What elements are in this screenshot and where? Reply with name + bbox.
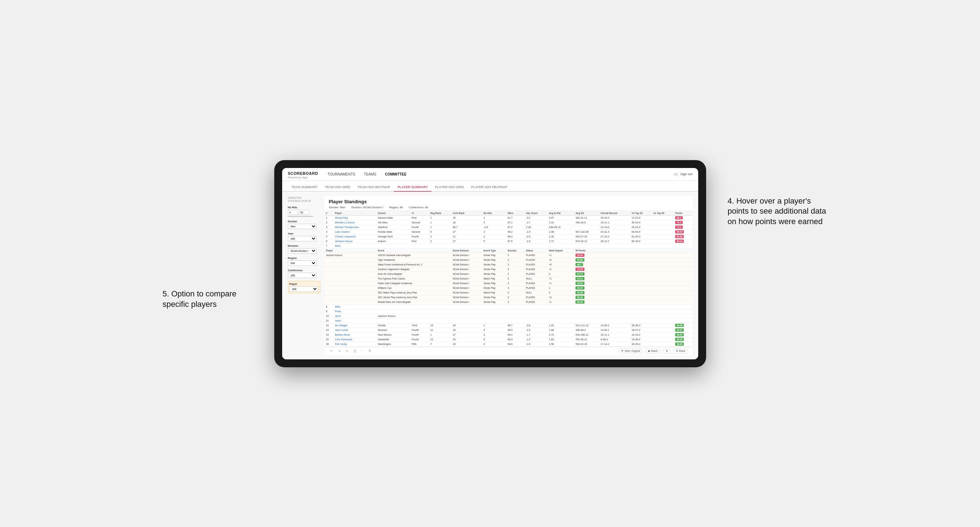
cell-vs50 bbox=[652, 309, 674, 314]
tooltip-data-row: Wake Forest Invitational at Pinehurst No… bbox=[325, 262, 692, 267]
cell-player[interactable]: Christo Lamprecht bbox=[334, 234, 377, 239]
cell-player[interactable]: Ian Gilligan bbox=[334, 323, 377, 328]
cell-yr bbox=[410, 304, 429, 309]
tooltip-cell-status: PLAYED bbox=[525, 257, 548, 262]
tab-player-h2h-heatmap[interactable]: PLAYER H2H HEATMAP bbox=[468, 183, 511, 192]
cell-adj-score bbox=[525, 309, 548, 314]
cell-points[interactable]: 40.02 bbox=[674, 332, 692, 337]
tooltip-cell-rounds: 3 bbox=[506, 281, 525, 286]
copy-btn[interactable]: ⎘ bbox=[345, 349, 349, 353]
cell-points[interactable]: 72.1 bbox=[674, 225, 692, 230]
filter-gender-select[interactable]: Men Women bbox=[288, 224, 317, 229]
cell-points[interactable] bbox=[674, 309, 692, 314]
cell-reg-rank: 11 bbox=[429, 328, 451, 332]
cell-player[interactable]: Michael Thorbjornsen bbox=[334, 225, 377, 230]
tab-team-summary[interactable]: TEAM SUMMARY bbox=[288, 183, 321, 192]
cell-points[interactable]: 40.27 bbox=[674, 328, 692, 332]
tooltip-data-row: Southern Highlands Collegiate NCAA Divis… bbox=[325, 267, 692, 271]
filter-no-rds-min[interactable] bbox=[288, 210, 298, 215]
col-conf-rank: Conf Rank bbox=[451, 211, 482, 216]
col-avg-sg: Avg SG bbox=[574, 211, 599, 216]
cell-points[interactable]: 60.89 bbox=[674, 234, 692, 239]
tooltip-cell-type: Stroke Play bbox=[482, 271, 506, 276]
cell-vs50 bbox=[652, 230, 674, 234]
filter-division-select[interactable]: NCAA Division I bbox=[288, 248, 317, 254]
filter-no-rds-slider[interactable] bbox=[288, 216, 313, 217]
cell-reg-rank: 5 bbox=[429, 230, 451, 234]
cell-vs25: 29-38-2 bbox=[630, 323, 652, 328]
cell-player[interactable]: Yachi bbox=[334, 318, 377, 323]
cell-vs50 bbox=[652, 337, 674, 342]
cell-player[interactable]: Nichi bbox=[334, 243, 377, 248]
cell-player[interactable]: Mats bbox=[334, 304, 377, 309]
tab-team-h2h-heatmap[interactable]: TEAM H2H HEATMAP bbox=[354, 183, 394, 192]
cell-wins: 67.2 bbox=[506, 225, 525, 230]
cell-player[interactable]: Wenyi Ding bbox=[334, 216, 377, 220]
cell-yr bbox=[410, 309, 429, 314]
cell-school: Auburn bbox=[377, 239, 410, 243]
cell-points[interactable] bbox=[674, 318, 692, 323]
cell-points[interactable]: 39.95 bbox=[674, 337, 692, 342]
cell-player[interactable]: Jacol bbox=[334, 314, 377, 318]
share-btn[interactable]: ⬆ Share bbox=[673, 349, 688, 354]
cell-player[interactable]: Michael La Sasso bbox=[334, 220, 377, 225]
tooltip-cell-player bbox=[325, 276, 377, 281]
filter-player-select[interactable]: (All) bbox=[290, 286, 318, 292]
redo-btn[interactable]: ↪ bbox=[337, 349, 342, 353]
tooltip-data-row: Mirabel Maui Jim Intercollegiate NCAA Di… bbox=[325, 300, 692, 304]
cell-points[interactable]: 48.68 bbox=[674, 323, 692, 328]
filter-region-select[interactable]: N/A bbox=[288, 260, 317, 266]
cell-player[interactable]: Luke Clanton bbox=[334, 230, 377, 234]
cell-num: 24 bbox=[325, 332, 334, 337]
timer-btn[interactable]: ⏱ bbox=[367, 349, 372, 353]
filter-pill-conference: Conference: All bbox=[409, 206, 428, 209]
app-container: SCOREBOARD Powered by clippi TOURNAMENTS… bbox=[282, 168, 698, 359]
cell-points[interactable]: 88.2 bbox=[674, 216, 692, 220]
cell-school: Stanford bbox=[377, 225, 410, 230]
cell-points[interactable] bbox=[674, 304, 692, 309]
filter-year-select[interactable]: (All) bbox=[288, 236, 317, 241]
cell-adj-score bbox=[525, 243, 548, 248]
download-btn[interactable]: ⬇ bbox=[663, 349, 670, 354]
tab-player-h2h-grid[interactable]: PLAYER H2H GRID bbox=[431, 183, 468, 192]
watch-btn[interactable]: ◉ Watch bbox=[645, 349, 660, 354]
cell-points[interactable]: 38.49 bbox=[674, 342, 692, 346]
cell-points[interactable] bbox=[674, 314, 692, 318]
cell-yr: Second bbox=[410, 220, 429, 225]
cell-num: 9 bbox=[325, 309, 334, 314]
cell-player[interactable]: Cole Sherwood bbox=[334, 337, 377, 342]
cell-points[interactable] bbox=[674, 243, 692, 248]
nav-committee[interactable]: COMMITTEE bbox=[384, 172, 407, 176]
nav-teams[interactable]: TEAMS bbox=[363, 172, 377, 176]
cell-overall: 12-13-0 bbox=[599, 225, 630, 230]
tab-team-h2h-grid[interactable]: TEAM H2H GRID bbox=[321, 183, 354, 192]
col-school: School bbox=[377, 211, 410, 216]
cell-yr bbox=[410, 318, 429, 323]
cell-adj-score: 2.28 bbox=[525, 225, 548, 230]
cell-points[interactable]: 58.18 bbox=[674, 239, 692, 243]
tooltip-cell-rounds: 3 bbox=[506, 257, 525, 262]
view-original-btn[interactable]: 👁 View: Original bbox=[619, 349, 643, 353]
cell-points[interactable]: 68.54 bbox=[674, 230, 692, 234]
cell-player[interactable]: Petr Hruby bbox=[334, 342, 377, 346]
sign-out-link[interactable]: Sign out bbox=[680, 172, 692, 176]
cell-num: 23 bbox=[325, 328, 334, 332]
tooltip-cell-event: SEC Match Play hosted by Jerry Pate bbox=[377, 290, 451, 295]
dot-btn[interactable]: · bbox=[361, 349, 364, 353]
standings-table: # Player School Yr Reg Rank Conf Rank No… bbox=[325, 211, 692, 347]
filter-conference-select[interactable]: (All) bbox=[288, 273, 317, 278]
cell-player[interactable]: Jack Lundin bbox=[334, 328, 377, 332]
cell-avg-sg: 547-142-38 bbox=[574, 230, 599, 234]
filter-no-rds-max[interactable] bbox=[299, 210, 309, 215]
table-row: 26 Petr Hruby Washington Fifth 7 23 0 68… bbox=[325, 342, 692, 346]
nav-tournaments[interactable]: TOURNAMENTS bbox=[327, 172, 356, 176]
cell-player[interactable]: Jackson Koivun bbox=[334, 239, 377, 243]
cell-player[interactable]: Bastien Amat bbox=[334, 332, 377, 337]
cell-points[interactable]: 76.2 bbox=[674, 220, 692, 225]
undo-btn[interactable]: ↩ bbox=[329, 349, 334, 353]
cell-player[interactable]: Prest bbox=[334, 309, 377, 314]
paste-btn[interactable]: 📋 bbox=[352, 349, 358, 353]
tab-player-summary[interactable]: PLAYER SUMMARY bbox=[394, 183, 431, 192]
cell-conf-rank: 88.7 bbox=[451, 225, 482, 230]
cell-no-rds: 2 bbox=[482, 234, 506, 239]
